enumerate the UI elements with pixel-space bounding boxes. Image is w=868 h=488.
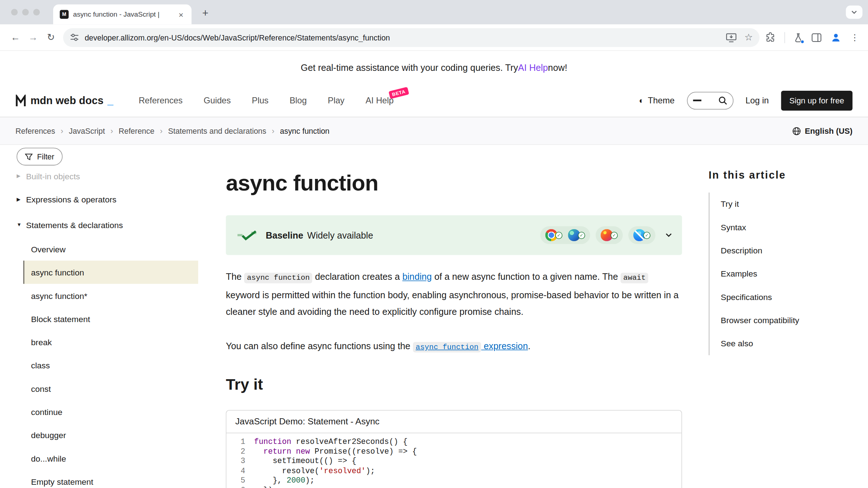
check-icon: ✓ — [643, 232, 651, 239]
toc-item-see-also[interactable]: See also — [721, 332, 854, 355]
bookmark-star-icon[interactable]: ☆ — [744, 33, 753, 42]
browser-window: M async function - JavaScript | × + ← → … — [0, 0, 868, 488]
check-icon: ✓ — [578, 232, 585, 239]
toc-item-syntax[interactable]: Syntax — [721, 216, 854, 239]
baseline-banner: BaselineWidely available ✓ ✓ ✓ ✓ — [226, 215, 682, 255]
toc-item-try-it[interactable]: Try it — [721, 193, 854, 216]
tab-title: async function - JavaScript | — [73, 10, 171, 18]
firefox-support-group: ✓ — [596, 226, 623, 244]
install-icon[interactable] — [726, 33, 737, 43]
tab-close-icon[interactable]: × — [176, 9, 186, 20]
reload-button[interactable]: ↻ — [42, 29, 60, 46]
sidebar-item-overview[interactable]: Overview — [23, 237, 198, 261]
address-bar[interactable]: developer.allizom.org/en-US/docs/Web/Jav… — [63, 28, 760, 47]
toc-item-description[interactable]: Description — [721, 239, 854, 262]
sidebar-item-async-function[interactable]: async function — [23, 261, 198, 284]
sidebar-item-statements-declarations[interactable]: ▼ Statements & declarations — [16, 212, 198, 237]
toc-item-specifications[interactable]: Specifications — [721, 286, 854, 309]
article: async function BaselineWidely available … — [226, 145, 682, 488]
theme-toggle[interactable]: ◐ Theme — [639, 95, 675, 106]
extensions-icon[interactable] — [765, 32, 775, 43]
theme-label: Theme — [648, 95, 675, 106]
nav-ai-help[interactable]: AI HelpBETA — [366, 95, 394, 106]
search-input[interactable] — [687, 91, 733, 109]
sidebar-item-debugger[interactable]: debugger — [23, 423, 198, 446]
toolbar-divider — [784, 32, 785, 43]
nav-play[interactable]: Play — [328, 95, 344, 106]
tab-search-button[interactable] — [846, 5, 863, 19]
nav-references[interactable]: References — [139, 95, 182, 106]
sidebar-item-empty-statement[interactable]: Empty statement — [23, 470, 198, 488]
baseline-word: Baseline — [266, 230, 303, 240]
filter-button[interactable]: Filter — [17, 148, 63, 166]
code-line-1[interactable]: 1function resolveAfter2Seconds() { — [226, 437, 681, 447]
sidebar-item-async-function-star[interactable]: async function* — [23, 284, 198, 307]
breadcrumb-current-page: async function — [280, 127, 329, 135]
sidebar-item-const[interactable]: const — [23, 377, 198, 400]
logo-cursor: _ — [107, 94, 113, 107]
primary-nav: References Guides Plus Blog Play AI Help… — [139, 95, 393, 106]
nav-plus[interactable]: Plus — [252, 95, 268, 106]
sidebar-item-block-statement[interactable]: Block statement — [23, 307, 198, 330]
signup-button[interactable]: Sign up for free — [781, 90, 852, 110]
toolbar-actions: ⋮ — [765, 32, 859, 43]
intro-paragraph: The async function declaration creates a… — [226, 268, 682, 320]
baseline-check-icon — [236, 230, 258, 241]
mdn-logo-mark — [16, 94, 27, 107]
breadcrumb-separator-icon: › — [111, 127, 113, 135]
window-zoom-button[interactable] — [33, 9, 40, 15]
tryit-heading: Try it — [226, 376, 682, 393]
nav-guides[interactable]: Guides — [204, 95, 231, 106]
browser-tab[interactable]: M async function - JavaScript | × — [53, 4, 192, 24]
forward-button[interactable]: → — [24, 29, 42, 46]
sidebar-item-do-while[interactable]: do...while — [23, 446, 198, 470]
code-line-2[interactable]: 2 return new Promise((resolve) => { — [226, 447, 681, 457]
toc-item-browser-compatibility[interactable]: Browser compatibility — [721, 309, 854, 332]
menu-icon[interactable]: ⋮ — [850, 32, 859, 43]
side-panel-icon[interactable] — [812, 33, 822, 42]
url-text[interactable]: developer.allizom.org/en-US/docs/Web/Jav… — [85, 33, 720, 42]
code-editor[interactable]: 1function resolveAfter2Seconds() { 2 ret… — [226, 433, 681, 488]
code-line-5[interactable]: 5 }, 2000); — [226, 476, 681, 486]
mdn-logo[interactable]: mdn web docs_ — [16, 94, 113, 107]
theme-icon: ◐ — [639, 96, 644, 105]
sidebar-item-built-in-objects[interactable]: ▶ Built-in objects — [16, 166, 198, 187]
language-selector[interactable]: English (US) — [792, 127, 852, 135]
sidebar-item-class[interactable]: class — [23, 354, 198, 377]
site-header: mdn web docs_ References Guides Plus Blo… — [0, 84, 868, 117]
login-link[interactable]: Log in — [745, 95, 769, 106]
breadcrumb-reference[interactable]: Reference — [119, 127, 154, 135]
breadcrumb-references[interactable]: References — [16, 127, 55, 135]
table-of-contents: In this article Try it Syntax Descriptio… — [709, 145, 854, 488]
sidebar-item-expressions-operators[interactable]: ▶ Expressions & operators — [16, 187, 198, 212]
code-line-3[interactable]: 3 setTimeout(() => { — [226, 457, 681, 466]
breadcrumb-separator-icon: › — [160, 127, 162, 135]
binding-link[interactable]: binding — [402, 272, 431, 282]
search-icon — [718, 96, 727, 105]
chevron-down-icon — [851, 10, 857, 14]
profile-icon[interactable] — [830, 32, 842, 43]
toc-item-examples[interactable]: Examples — [721, 262, 854, 286]
window-minimize-button[interactable] — [22, 9, 29, 15]
sidebar-item-break[interactable]: break — [23, 330, 198, 354]
new-tab-button[interactable]: + — [198, 6, 213, 21]
ai-help-link[interactable]: AI Help — [518, 62, 548, 73]
code-line-4[interactable]: 4 resolve('resolved'); — [226, 466, 681, 476]
site-settings-icon[interactable] — [70, 33, 79, 42]
header-actions: ◐ Theme Log in Sign up for free — [639, 90, 852, 110]
nav-blog[interactable]: Blog — [290, 95, 307, 106]
async-function-expression-link[interactable]: async function expression — [413, 341, 528, 351]
browser-toolbar: ← → ↻ developer.allizom.org/en-US/docs/W… — [0, 24, 868, 51]
labs-icon[interactable] — [794, 33, 803, 43]
baseline-expand-icon[interactable] — [665, 233, 672, 237]
safari-support-group: ✓ — [628, 226, 655, 244]
inline-code-await: await — [621, 273, 648, 283]
code-line-6[interactable]: 6 }); — [226, 486, 681, 488]
notice-text-after: now! — [548, 62, 567, 73]
breadcrumb-bar: References › JavaScript › Reference › St… — [0, 117, 868, 145]
sidebar-item-continue[interactable]: continue — [23, 400, 198, 423]
window-close-button[interactable] — [11, 9, 18, 15]
breadcrumb-statements[interactable]: Statements and declarations — [168, 127, 267, 135]
breadcrumb-javascript[interactable]: JavaScript — [69, 127, 105, 135]
back-button[interactable]: ← — [7, 29, 24, 46]
